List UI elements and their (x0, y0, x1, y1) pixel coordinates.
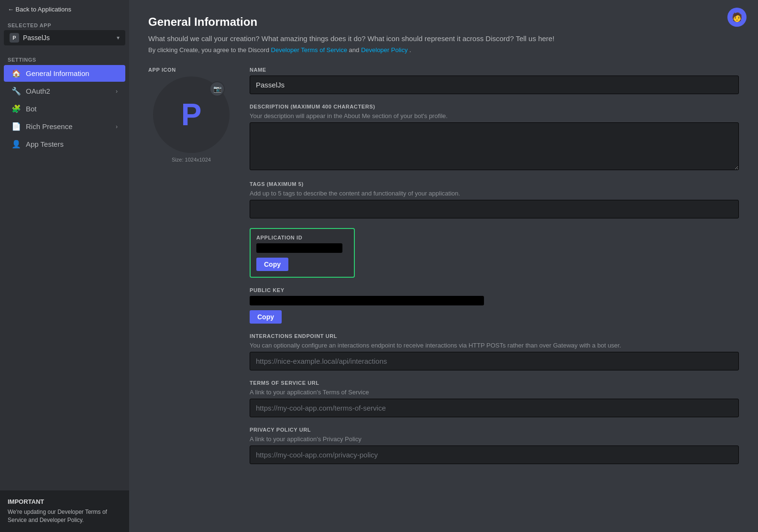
main-content: 🧑 General Information What should we cal… (129, 0, 758, 532)
description-input[interactable] (250, 122, 739, 170)
copy-public-key-button[interactable]: Copy (250, 310, 282, 324)
upload-icon[interactable]: 📷 (209, 81, 225, 97)
terms-suffix: . (409, 46, 411, 54)
app-icon-wrapper[interactable]: P 📷 (153, 76, 230, 153)
chevron-down-icon: ▾ (117, 34, 120, 41)
tags-input[interactable] (250, 200, 739, 218)
sidebar-footer-text: We're updating our Developer Terms of Se… (8, 508, 121, 524)
document-icon: 📄 (11, 122, 21, 131)
description-hint: Your description will appear in the Abou… (250, 112, 739, 119)
tool-icon: 🔧 (11, 87, 21, 96)
sidebar-footer-title: IMPORTANT (8, 498, 121, 505)
name-label: NAME (250, 67, 739, 73)
sidebar-item-rich-presence[interactable]: 📄 Rich Presence › (4, 118, 125, 135)
tags-hint: Add up to 5 tags to describe the content… (250, 190, 739, 197)
form-fields: NAME DESCRIPTION (MAXIMUM 400 CHARACTERS… (250, 67, 739, 474)
selected-app-label: SELECTED APP (0, 19, 129, 30)
terms-prefix: By clicking Create, you agree to the Dis… (148, 46, 271, 54)
developer-policy-link[interactable]: Developer Policy (361, 46, 408, 54)
settings-label: SETTINGS (0, 49, 129, 65)
interactions-hint: You can optionally configure an interact… (250, 342, 739, 349)
sidebar-item-label-general: General Information (26, 69, 118, 77)
terms-middle: and (349, 46, 361, 54)
icon-size-hint: Size: 1024x1024 (172, 157, 211, 163)
app-id-field-group: APPLICATION ID Copy (250, 228, 739, 278)
chevron-right-icon-2: › (116, 123, 118, 130)
app-icon-section: APP ICON P 📷 Size: 1024x1024 (148, 67, 234, 163)
terms-line: By clicking Create, you agree to the Dis… (148, 46, 739, 54)
privacy-hint: A link to your application's Privacy Pol… (250, 435, 739, 443)
tags-label: TAGS (MAXIMUM 5) (250, 181, 739, 187)
sidebar-item-label-oauth2: OAuth2 (26, 87, 111, 95)
form-grid: APP ICON P 📷 Size: 1024x1024 NAME DESCRI… (148, 67, 739, 474)
interactions-field-group: INTERACTIONS ENDPOINT URL You can option… (250, 333, 739, 370)
description-field-group: DESCRIPTION (MAXIMUM 400 CHARACTERS) You… (250, 104, 739, 172)
privacy-field-group: PRIVACY POLICY URL A link to your applic… (250, 427, 739, 464)
sidebar-item-bot[interactable]: 🧩 Bot (4, 100, 125, 117)
app-icon-label: APP ICON (148, 67, 176, 73)
page-title: General Information (148, 15, 739, 29)
app-id-label: APPLICATION ID (256, 235, 348, 240)
back-to-applications-link[interactable]: ← Back to Applications (0, 0, 129, 19)
puzzle-icon: 🧩 (11, 104, 21, 113)
tos-hint: A link to your application's Terms of Se… (250, 389, 739, 396)
privacy-label: PRIVACY POLICY URL (250, 427, 739, 433)
sidebar: ← Back to Applications SELECTED APP P Pa… (0, 0, 129, 532)
public-key-redacted (250, 296, 484, 305)
interactions-input[interactable] (250, 352, 739, 370)
tos-field-group: TERMS OF SERVICE URL A link to your appl… (250, 380, 739, 417)
app-icon-small: P (10, 33, 19, 43)
person-icon: 👤 (11, 140, 21, 149)
chevron-right-icon: › (116, 88, 118, 95)
sidebar-item-label-bot: Bot (26, 105, 118, 113)
app-icon-letter: P (181, 97, 202, 132)
tags-field-group: TAGS (MAXIMUM 5) Add up to 5 tags to des… (250, 181, 739, 218)
tos-input[interactable] (250, 399, 739, 417)
app-id-box: APPLICATION ID Copy (250, 228, 355, 278)
copy-app-id-button[interactable]: Copy (256, 258, 288, 271)
app-id-redacted (256, 243, 342, 253)
tos-label: TERMS OF SERVICE URL (250, 380, 739, 386)
interactions-label: INTERACTIONS ENDPOINT URL (250, 333, 739, 339)
sidebar-item-oauth2[interactable]: 🔧 OAuth2 › (4, 83, 125, 99)
public-key-field-group: PUBLIC KEY Copy (250, 287, 739, 324)
name-field-group: NAME (250, 67, 739, 94)
sidebar-item-app-testers[interactable]: 👤 App Testers (4, 136, 125, 152)
top-bar: 🧑 (727, 8, 747, 27)
public-key-label: PUBLIC KEY (250, 287, 739, 293)
name-input[interactable] (250, 76, 739, 94)
home-icon: 🏠 (11, 69, 21, 78)
sidebar-item-general[interactable]: 🏠 General Information (4, 65, 125, 82)
sidebar-footer: IMPORTANT We're updating our Developer T… (0, 490, 129, 532)
privacy-input[interactable] (250, 445, 739, 464)
app-selector-name: PasselJs (23, 34, 113, 42)
terms-of-service-link[interactable]: Developer Terms of Service (271, 46, 347, 54)
description-label: DESCRIPTION (MAXIMUM 400 CHARACTERS) (250, 104, 739, 109)
sidebar-item-label-app-testers: App Testers (26, 140, 118, 148)
page-subtitle: What should we call your creation? What … (148, 34, 739, 43)
sidebar-item-label-rich-presence: Rich Presence (26, 122, 111, 130)
app-selector-dropdown[interactable]: P PasselJs ▾ (4, 30, 125, 45)
avatar[interactable]: 🧑 (727, 8, 747, 27)
